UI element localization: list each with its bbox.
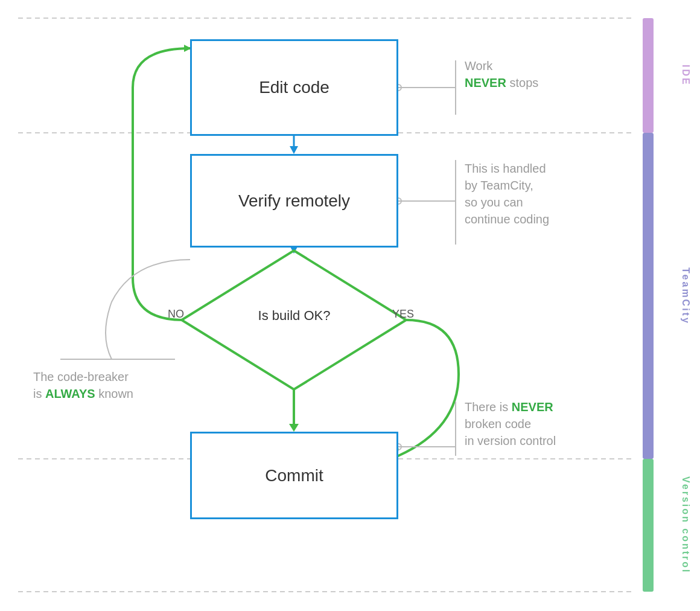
svg-marker-27 xyxy=(289,424,299,432)
svg-rect-4 xyxy=(643,18,654,133)
commit-box: Commit xyxy=(190,432,398,519)
lane-label-ide: IDE xyxy=(680,18,691,133)
svg-rect-5 xyxy=(643,133,654,459)
svg-marker-8 xyxy=(290,146,298,154)
verify-remotely-box: Verify remotely xyxy=(190,154,398,248)
edit-code-box: Edit code xyxy=(190,39,398,136)
lane-label-teamcity: TeamCity xyxy=(680,133,691,459)
annotation-work: WorkNEVER stops xyxy=(465,57,538,91)
lane-label-versioncontrol: Version control xyxy=(680,459,691,592)
diamond-label: Is build OK? xyxy=(235,308,353,324)
diagram-container: IDE TeamCity Version control Edit code V… xyxy=(0,0,700,611)
annotation-neverbroken: There is NEVERbroken codein version cont… xyxy=(465,398,556,449)
svg-rect-6 xyxy=(643,459,654,592)
annotation-teamcity: This is handledby TeamCity,so you cancon… xyxy=(465,160,549,228)
label-yes: YES xyxy=(392,308,414,321)
annotation-codebreaker: The code-breakeris ALWAYS known xyxy=(33,368,133,402)
label-no: NO xyxy=(168,308,184,321)
